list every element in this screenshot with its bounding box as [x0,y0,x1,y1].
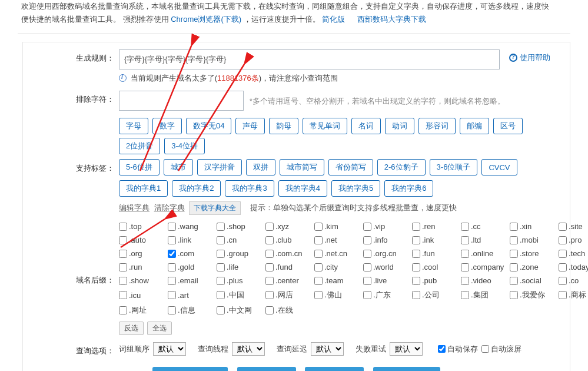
suffix-team[interactable]: .team [314,276,361,285]
opt-autoscroll[interactable]: 自动滚屏 [481,344,521,355]
suffix-checkbox-xin[interactable] [510,223,518,231]
suffix-checkbox-link[interactable] [168,236,176,244]
suffix-checkbox-orgcn[interactable] [363,250,371,258]
btn-start[interactable]: 开始生成查询 [152,367,228,371]
suffix-today[interactable]: .today [559,263,588,271]
suffix-orgcn[interactable]: .org.cn [363,249,410,258]
suffix-广东[interactable]: .广东 [363,290,410,300]
suffix-checkbox-live[interactable] [363,277,371,285]
suffix-checkbox-cn[interactable] [217,236,225,244]
exclude-input[interactable] [119,91,244,111]
suffix-checkbox-tech[interactable] [559,250,567,258]
tag-名词[interactable]: 名词 [351,118,381,134]
tag-2位拼音[interactable]: 2位拼音 [119,138,160,154]
suffix-auto[interactable]: .auto [119,236,166,244]
suffix-checkbox-team[interactable] [314,277,323,285]
suffix-在线[interactable]: .在线 [265,305,313,316]
suffix-中国[interactable]: .中国 [217,290,264,300]
suffix-公司[interactable]: .公司 [412,290,459,300]
gen-rule-input[interactable] [119,49,500,69]
intro-link-simple[interactable]: 简化版 [322,15,345,24]
tag-常见单词[interactable]: 常见单词 [303,118,347,134]
suffix-中文网[interactable]: .中文网 [217,305,264,316]
suffix-checkbox-kim[interactable] [314,223,323,231]
suffix-fun[interactable]: .fun [412,249,459,258]
suffix-checkbox-fun[interactable] [412,250,420,258]
suffix-checkbox-life[interactable] [217,263,225,271]
suffix-pro[interactable]: .pro [559,236,588,244]
tag-我的字典2[interactable]: 我的字典2 [172,180,221,197]
tag-3-6位顺子[interactable]: 3-6位顺子 [430,159,478,175]
suffix-网店[interactable]: .网店 [265,290,313,300]
suffix-tech[interactable]: .tech [559,249,588,258]
suffix-netcn[interactable]: .net.cn [314,249,361,258]
suffix-net[interactable]: .net [314,236,361,244]
opt-retry-select[interactable]: 默认 [390,342,423,356]
help-link[interactable]: 使用帮助 [509,52,550,63]
suffix-center[interactable]: .center [265,276,313,285]
btn-pause[interactable]: 暂停查询 [237,367,296,371]
suffix-social[interactable]: .social [510,276,557,285]
tag-区号[interactable]: 区号 [493,118,523,134]
suffix-checkbox-商标[interactable] [559,291,567,299]
suffix-link[interactable]: .link [168,236,215,244]
suffix-checkbox-gold[interactable] [168,263,176,271]
suffix-checkbox-zone[interactable] [510,263,518,271]
suffix-kim[interactable]: .kim [314,222,361,231]
suffix-checkbox-ink[interactable] [412,236,420,244]
opt-threads-select[interactable]: 默认 [232,342,265,356]
suffix-icu[interactable]: .icu [119,290,166,300]
suffix-checkbox-email[interactable] [168,277,176,285]
suffix-checkbox-公司[interactable] [412,291,420,299]
suffix-xyz[interactable]: .xyz [265,222,313,231]
suffix-life[interactable]: .life [217,263,264,271]
tag-汉字拼音[interactable]: 汉字拼音 [197,159,242,175]
suffix-checkbox-ltd[interactable] [461,236,469,244]
suffix-checkbox-info[interactable] [363,236,371,244]
suffix-pub[interactable]: .pub [412,276,459,285]
suffix-shop[interactable]: .shop [217,222,264,231]
suffix-checkbox-today[interactable] [559,263,567,271]
suffix-checkbox-co[interactable] [559,277,567,285]
suffix-checkbox-mobi[interactable] [510,236,518,244]
suffix-cn[interactable]: .cn [217,236,264,244]
btn-select-all[interactable]: 全选 [147,322,172,335]
suffix-checkbox-集团[interactable] [461,291,469,299]
tag-我的字典3[interactable]: 我的字典3 [225,180,274,197]
suffix-checkbox-org[interactable] [119,250,127,258]
suffix-checkbox-pro[interactable] [559,236,567,244]
suffix-ltd[interactable]: .ltd [461,236,508,244]
tag-我的字典6[interactable]: 我的字典6 [384,180,433,197]
suffix-checkbox-run[interactable] [119,263,127,271]
tag-2-6位豹子[interactable]: 2-6位豹子 [377,159,426,175]
btn-download-dict[interactable]: 下载字典大全 [189,201,241,215]
suffix-信息[interactable]: .信息 [168,305,215,316]
tag-形容词[interactable]: 形容词 [418,118,456,134]
suffix-checkbox-online[interactable] [461,250,469,258]
suffix-checkbox-center[interactable] [265,277,274,285]
opt-order-select[interactable]: 默认 [153,342,186,356]
suffix-city[interactable]: .city [314,263,361,271]
suffix-email[interactable]: .email [168,276,215,285]
suffix-checkbox-网店[interactable] [265,291,274,299]
suffix-show[interactable]: .show [119,276,166,285]
suffix-checkbox-我爱你[interactable] [510,291,518,299]
suffix-checkbox-xyz[interactable] [265,223,274,231]
tag-5-6位拼[interactable]: 5-6位拼 [119,159,160,175]
suffix-checkbox-shop[interactable] [217,223,225,231]
tag-字母[interactable]: 字母 [119,118,148,134]
suffix-checkbox-网址[interactable] [119,306,127,314]
suffix-checkbox-city[interactable] [314,263,323,271]
tag-双拼[interactable]: 双拼 [246,159,275,175]
opt-autosave[interactable]: 自动保存 [438,344,478,355]
suffix-checkbox-在线[interactable] [265,306,274,314]
link-edit-dict[interactable]: 编辑字典 [119,203,150,212]
suffix-ink[interactable]: .ink [412,236,459,244]
suffix-wang[interactable]: .wang [168,222,215,231]
suffix-checkbox-comcn[interactable] [265,250,274,258]
suffix-checkbox-plus[interactable] [217,277,225,285]
suffix-world[interactable]: .world [363,263,410,271]
link-clear-dict[interactable]: 清除字典 [154,203,185,212]
suffix-checkbox-fund[interactable] [265,263,274,271]
suffix-checkbox-icu[interactable] [119,291,127,299]
